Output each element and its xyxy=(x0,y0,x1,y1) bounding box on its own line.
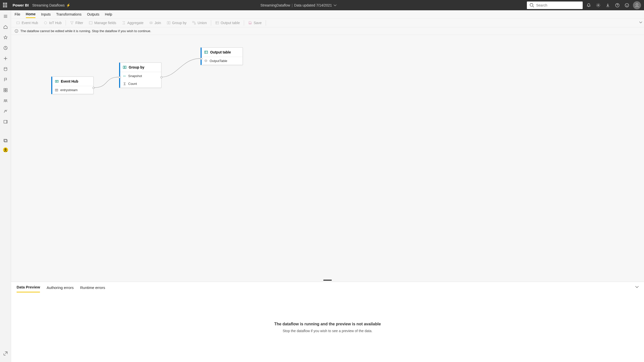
topbar: Power BI Streaming Dataflows ⚡ Streaming… xyxy=(0,0,644,10)
menu-outputs[interactable]: Outputs xyxy=(87,11,99,18)
nav-pipelines[interactable] xyxy=(2,108,9,115)
search-input-container[interactable] xyxy=(527,2,583,9)
tab-runtime-errors[interactable]: Runtime errors xyxy=(80,285,105,292)
sigma-icon xyxy=(123,82,126,86)
node-group-by[interactable]: Group by Snapshot Count xyxy=(119,63,161,88)
input-port[interactable] xyxy=(119,76,121,78)
nav-create[interactable] xyxy=(2,55,9,62)
event-hub-icon xyxy=(55,79,59,83)
menu-help[interactable]: Help xyxy=(105,11,112,18)
bolt-icon: ⚡ xyxy=(66,3,70,7)
svg-rect-25 xyxy=(169,22,170,24)
input-port[interactable] xyxy=(200,58,202,60)
info-icon xyxy=(15,29,18,33)
ribbon-union: Union xyxy=(190,21,209,25)
ribbon: Event Hub IoT Hub Filter Manage fields A… xyxy=(11,18,644,27)
search-icon xyxy=(529,3,534,8)
svg-point-35 xyxy=(123,76,124,76)
svg-rect-26 xyxy=(193,21,194,23)
nav-home[interactable] xyxy=(2,23,9,30)
nav-expand[interactable] xyxy=(2,350,9,357)
node-title: Output table xyxy=(210,50,231,54)
nav-recent[interactable] xyxy=(2,44,9,51)
menubar: File Home Inputs Transformations Outputs… xyxy=(11,10,644,18)
output-table-icon xyxy=(204,50,208,54)
menu-home[interactable]: Home xyxy=(26,11,36,18)
settings-button[interactable] xyxy=(595,2,602,9)
svg-point-20 xyxy=(44,22,47,24)
svg-rect-9 xyxy=(4,88,5,90)
svg-point-4 xyxy=(626,5,626,5)
output-port[interactable] xyxy=(93,87,95,89)
group-by-icon xyxy=(123,65,127,69)
search-input[interactable] xyxy=(536,3,580,7)
svg-rect-19 xyxy=(17,22,20,24)
ribbon-aggregate: Aggregate xyxy=(119,21,146,25)
nav-goals[interactable] xyxy=(2,76,9,83)
workspace-label: Streaming Dataflows ⚡ xyxy=(32,3,70,7)
diagram-canvas[interactable]: Event Hub entrystream Group by Snapshot xyxy=(11,35,644,280)
svg-point-36 xyxy=(124,76,125,76)
notifications-button[interactable] xyxy=(585,2,592,9)
tab-authoring-errors[interactable]: Authoring errors xyxy=(47,285,74,292)
preview-unavailable-sub: Stop the dataflow if you wish to see a p… xyxy=(283,329,372,333)
info-message: The dataflow cannot be edited while it i… xyxy=(20,29,151,33)
ribbon-group-by: Group by xyxy=(164,21,189,25)
nav-workspaces[interactable] xyxy=(2,137,9,144)
preview-unavailable-title: The dataflow is running and the preview … xyxy=(274,322,381,326)
svg-rect-24 xyxy=(167,22,168,24)
ribbon-event-hub: Event Hub xyxy=(14,21,40,25)
table-icon xyxy=(55,88,58,92)
tab-data-preview[interactable]: Data Preview xyxy=(17,285,40,292)
svg-point-3 xyxy=(625,3,629,7)
ribbon-expand-button[interactable] xyxy=(639,21,642,25)
ribbon-iot-hub: IoT Hub xyxy=(41,21,64,25)
menu-file[interactable]: File xyxy=(15,11,20,18)
collapse-panel-button[interactable] xyxy=(635,285,639,290)
download-button[interactable] xyxy=(604,2,611,9)
nav-my-workspace[interactable] xyxy=(3,147,8,152)
bottom-panel: Data Preview Authoring errors Runtime er… xyxy=(11,282,644,362)
svg-rect-15 xyxy=(4,120,7,123)
svg-rect-28 xyxy=(216,22,219,24)
splitter-handle[interactable] xyxy=(11,280,644,282)
svg-point-14 xyxy=(6,100,7,101)
user-avatar[interactable] xyxy=(633,1,641,9)
svg-rect-32 xyxy=(55,89,58,91)
title-center[interactable]: StreamingDataflow | Data updated 7/14/20… xyxy=(70,3,527,7)
nav-learn[interactable] xyxy=(2,118,9,125)
svg-rect-38 xyxy=(205,51,208,53)
node-output-table[interactable]: Output table OutputTable xyxy=(201,47,243,65)
svg-point-6 xyxy=(636,4,638,6)
app-launcher-button[interactable] xyxy=(3,3,8,8)
help-button[interactable] xyxy=(614,2,621,9)
svg-rect-12 xyxy=(6,90,7,92)
chevron-down-icon xyxy=(333,4,337,7)
ribbon-save: Save xyxy=(246,21,264,25)
svg-rect-34 xyxy=(125,66,126,69)
ribbon-join: Join xyxy=(147,21,164,25)
nav-datasets[interactable] xyxy=(2,66,9,73)
svg-point-18 xyxy=(5,149,6,150)
svg-rect-11 xyxy=(4,90,5,92)
menu-inputs[interactable]: Inputs xyxy=(41,11,51,18)
svg-point-0 xyxy=(530,3,533,6)
svg-point-13 xyxy=(4,100,5,101)
ribbon-filter: Filter xyxy=(67,21,86,25)
menu-transformations[interactable]: Transformations xyxy=(56,11,82,18)
svg-rect-27 xyxy=(194,23,196,24)
ribbon-manage-fields: Manage fields xyxy=(86,21,119,25)
node-title: Event Hub xyxy=(61,79,78,83)
nav-shared[interactable] xyxy=(2,97,9,104)
node-title: Group by xyxy=(129,65,144,69)
svg-point-37 xyxy=(125,76,126,76)
feedback-button[interactable] xyxy=(623,2,630,9)
hamburger-button[interactable] xyxy=(2,13,9,20)
svg-rect-10 xyxy=(6,88,7,90)
output-port[interactable] xyxy=(160,76,162,78)
nav-apps[interactable] xyxy=(2,87,9,94)
nav-favorites[interactable] xyxy=(2,34,9,41)
node-event-hub[interactable]: Event Hub entrystream xyxy=(51,77,94,94)
svg-rect-29 xyxy=(249,23,251,24)
svg-rect-33 xyxy=(123,66,124,69)
